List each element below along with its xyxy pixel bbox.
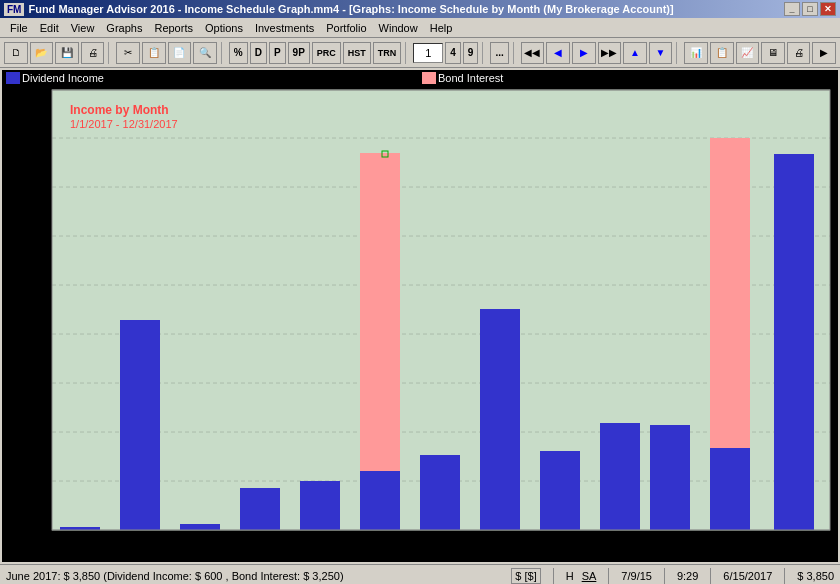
legend-bond-box bbox=[422, 72, 436, 84]
chart-area: Dividend Income Bond Interest 0 500 1,00… bbox=[2, 70, 838, 562]
tb-left[interactable]: ◀ bbox=[546, 42, 570, 64]
tb-d[interactable]: D bbox=[250, 42, 267, 64]
ylabel-1500: 1,500 bbox=[21, 378, 46, 389]
xlabel-1: 1/1/17 bbox=[60, 539, 85, 549]
xlabel-8: 8/17 bbox=[482, 539, 500, 549]
menu-graphs[interactable]: Graphs bbox=[100, 20, 148, 36]
status-h[interactable]: H bbox=[566, 570, 574, 582]
legend-dividend-label: Dividend Income bbox=[22, 72, 104, 84]
tb-right-arrow[interactable]: ▶ bbox=[812, 42, 836, 64]
tb-right-right[interactable]: ▶▶ bbox=[598, 42, 622, 64]
close-button[interactable]: ✕ bbox=[820, 2, 836, 16]
xlabel-7: 7/17 bbox=[424, 539, 442, 549]
nav-input[interactable] bbox=[413, 43, 443, 63]
tb-cut[interactable]: ✂ bbox=[116, 42, 140, 64]
tb-print[interactable]: 🖨 bbox=[81, 42, 105, 64]
status-sa[interactable]: SA bbox=[582, 570, 597, 582]
tb-save[interactable]: 💾 bbox=[55, 42, 79, 64]
status-date2: 6/15/2017 bbox=[723, 570, 772, 582]
status-amount: $ 3,850 bbox=[797, 570, 834, 582]
menu-help[interactable]: Help bbox=[424, 20, 459, 36]
bar-apr-dividend[interactable] bbox=[240, 488, 280, 530]
status-bar: June 2017: $ 3,850 (Dividend Income: $ 6… bbox=[0, 564, 840, 584]
menu-reports[interactable]: Reports bbox=[148, 20, 199, 36]
ylabel-2500: 2,500 bbox=[21, 280, 46, 291]
xlabel-12: 12/17 bbox=[712, 539, 735, 549]
menu-options[interactable]: Options bbox=[199, 20, 249, 36]
minimize-button[interactable]: _ bbox=[784, 2, 800, 16]
bar-nov-dividend[interactable] bbox=[650, 425, 690, 530]
tb-paste[interactable]: 📄 bbox=[168, 42, 192, 64]
bar-mar-dividend[interactable] bbox=[180, 524, 220, 530]
bar-jul-dividend[interactable] bbox=[420, 455, 460, 530]
tb-prc[interactable]: PRC bbox=[312, 42, 341, 64]
ylabel-4000: 4,000 bbox=[21, 133, 46, 144]
tb-dots[interactable]: ... bbox=[490, 42, 508, 64]
toolbar: 🗋 📂 💾 🖨 ✂ 📋 📄 🔍 % D P 9P PRC HST TRN 4 9… bbox=[0, 38, 840, 68]
chart-date-range: 1/1/2017 - 12/31/2017 bbox=[70, 118, 178, 130]
xlabel-3: 3/17 bbox=[184, 539, 202, 549]
xlabel-2: 2/17 bbox=[124, 539, 142, 549]
ylabel-4500: 4,500 bbox=[21, 85, 46, 96]
tb-print2[interactable]: 🖨 bbox=[787, 42, 811, 64]
tb-percent[interactable]: % bbox=[229, 42, 248, 64]
bar-aug-dividend[interactable] bbox=[480, 309, 520, 530]
menu-file[interactable]: File bbox=[4, 20, 34, 36]
status-time: 9:29 bbox=[677, 570, 698, 582]
menu-investments[interactable]: Investments bbox=[249, 20, 320, 36]
bar-jun-bond[interactable] bbox=[360, 153, 400, 471]
legend-dividend-box bbox=[6, 72, 20, 84]
legend-bond-label: Bond Interest bbox=[438, 72, 503, 84]
bar-dec-dividend[interactable] bbox=[710, 448, 750, 530]
title-bar: FM Fund Manager Advisor 2016 - Income Sc… bbox=[0, 0, 840, 18]
tb-down[interactable]: ▼ bbox=[649, 42, 673, 64]
tb-chart1[interactable]: 📊 bbox=[684, 42, 708, 64]
xlabel-11: 11/17 bbox=[653, 539, 676, 549]
xlabel-4: 4/17 bbox=[244, 539, 262, 549]
tb-nav-4[interactable]: 4 bbox=[445, 42, 461, 64]
menu-edit[interactable]: Edit bbox=[34, 20, 65, 36]
tb-chart2[interactable]: 📋 bbox=[710, 42, 734, 64]
menu-window[interactable]: Window bbox=[373, 20, 424, 36]
xlabel-5: 5/17 bbox=[304, 539, 322, 549]
tb-p[interactable]: P bbox=[269, 42, 286, 64]
ylabel-1000: 1,000 bbox=[21, 427, 46, 438]
tb-trn[interactable]: TRN bbox=[373, 42, 402, 64]
xlabel-6: 6/17 bbox=[364, 539, 382, 549]
status-info: June 2017: $ 3,850 (Dividend Income: $ 6… bbox=[6, 570, 344, 582]
tb-new[interactable]: 🗋 bbox=[4, 42, 28, 64]
tb-right[interactable]: ▶ bbox=[572, 42, 596, 64]
menu-bar: File Edit View Graphs Reports Options In… bbox=[0, 18, 840, 38]
status-date1: 7/9/15 bbox=[621, 570, 652, 582]
bar-jun-dividend[interactable] bbox=[360, 471, 400, 530]
tb-up[interactable]: ▲ bbox=[623, 42, 647, 64]
xlabel-10: 10/17 bbox=[600, 539, 623, 549]
bar-may-dividend[interactable] bbox=[300, 481, 340, 530]
tb-9p[interactable]: 9P bbox=[288, 42, 310, 64]
xlabel-9: 9/17 bbox=[542, 539, 560, 549]
tb-copy[interactable]: 📋 bbox=[142, 42, 166, 64]
bar-feb-dividend[interactable] bbox=[120, 320, 160, 530]
bar-end-dividend[interactable] bbox=[774, 154, 814, 530]
status-dollar[interactable]: $ [$] bbox=[511, 568, 540, 584]
ylabel-2000: 2,000 bbox=[21, 329, 46, 340]
tb-left-left[interactable]: ◀◀ bbox=[521, 42, 545, 64]
ylabel-0: 0 bbox=[40, 525, 46, 536]
window-title: Fund Manager Advisor 2016 - Income Sched… bbox=[28, 3, 673, 15]
maximize-button[interactable]: □ bbox=[802, 2, 818, 16]
ylabel-500: 500 bbox=[29, 476, 46, 487]
menu-portfolio[interactable]: Portfolio bbox=[320, 20, 372, 36]
menu-view[interactable]: View bbox=[65, 20, 101, 36]
tb-nav-9[interactable]: 9 bbox=[463, 42, 479, 64]
tb-chart3[interactable]: 📈 bbox=[736, 42, 760, 64]
tb-zoom[interactable]: 🔍 bbox=[193, 42, 217, 64]
xlabel-end: 12/31/17 bbox=[764, 539, 799, 549]
app-icon: FM bbox=[4, 3, 24, 16]
tb-open[interactable]: 📂 bbox=[30, 42, 54, 64]
tb-hst[interactable]: HST bbox=[343, 42, 371, 64]
bar-oct-dividend[interactable] bbox=[600, 423, 640, 530]
chart-title: Income by Month bbox=[70, 103, 169, 117]
bar-sep-dividend[interactable] bbox=[540, 451, 580, 530]
tb-monitor[interactable]: 🖥 bbox=[761, 42, 785, 64]
ylabel-3000: 3,000 bbox=[21, 231, 46, 242]
